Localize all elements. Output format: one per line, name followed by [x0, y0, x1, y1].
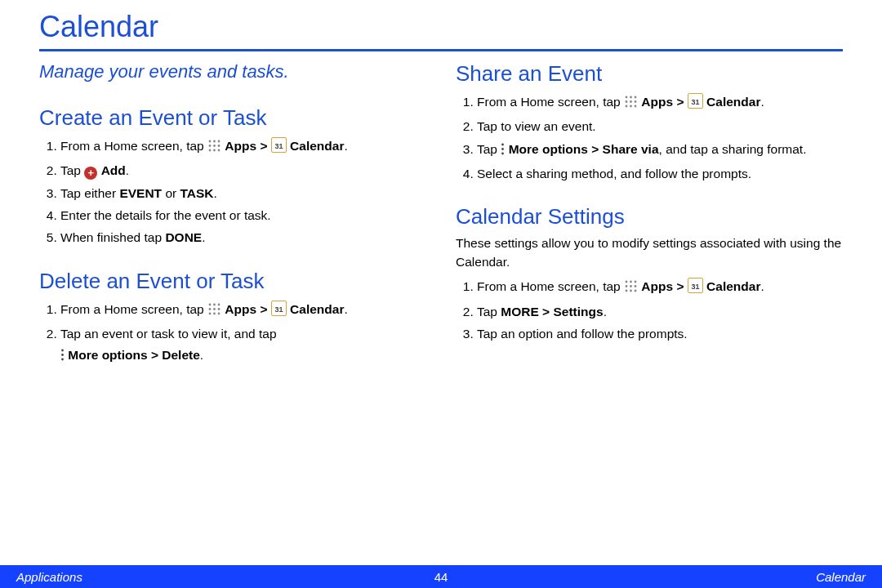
- svg-point-4: [213, 145, 216, 147]
- task-label: TASK: [180, 186, 213, 200]
- svg-point-25: [635, 96, 637, 99]
- more-settings-label: MORE > Settings: [501, 305, 603, 318]
- text: From a Home screen, tap: [477, 95, 621, 109]
- svg-point-15: [218, 308, 220, 310]
- text: Tap: [60, 163, 81, 177]
- apps-label: Apps: [225, 302, 256, 316]
- calendar-icon: 31: [688, 278, 703, 300]
- event-label: EVENT: [119, 186, 162, 200]
- text: Tap: [477, 142, 497, 156]
- apps-label: Apps: [225, 139, 256, 153]
- done-label: DONE: [165, 230, 202, 244]
- calendar-icon: 31: [688, 93, 703, 115]
- more-share-label: More options > Share via: [509, 142, 659, 156]
- page-number: 44: [0, 570, 882, 584]
- left-column: Manage your events and tasks. Create an …: [39, 61, 426, 389]
- chevron: >: [260, 139, 267, 153]
- columns: Manage your events and tasks. Create an …: [39, 61, 843, 389]
- step: From a Home screen, tap Apps > 31 Calend…: [477, 276, 843, 300]
- svg-point-18: [218, 312, 220, 314]
- calendar-icon: 31: [271, 301, 287, 323]
- svg-point-39: [626, 285, 628, 287]
- svg-point-37: [630, 281, 632, 283]
- svg-point-3: [209, 145, 212, 147]
- svg-point-5: [218, 145, 220, 147]
- step: Tap to view an event.: [477, 116, 843, 137]
- heading-create: Create an Event or Task: [39, 105, 426, 131]
- text: When finished tap: [60, 230, 165, 244]
- settings-lead: These settings allow you to modify setti…: [456, 234, 843, 271]
- create-steps: From a Home screen, tap Apps > 31 Calend…: [39, 136, 426, 249]
- svg-point-28: [635, 100, 637, 103]
- svg-point-44: [635, 290, 637, 292]
- calendar-label: Calendar: [290, 302, 344, 316]
- chevron: >: [260, 302, 267, 316]
- svg-point-38: [635, 281, 637, 283]
- step: When finished tap DONE.: [60, 227, 426, 248]
- step: From a Home screen, tap Apps > 31 Calend…: [60, 299, 426, 323]
- step: Tap More options > Share via, and tap a …: [477, 139, 843, 163]
- apps-icon: [624, 278, 638, 300]
- share-steps: From a Home screen, tap Apps > 31 Calend…: [456, 91, 843, 185]
- text: From a Home screen, tap: [60, 139, 204, 153]
- text: From a Home screen, tap: [60, 302, 204, 316]
- svg-point-29: [626, 105, 628, 108]
- svg-point-26: [626, 100, 628, 103]
- right-column: Share an Event From a Home screen, tap A…: [456, 61, 843, 389]
- apps-icon: [207, 301, 221, 323]
- svg-point-1: [213, 140, 216, 143]
- svg-point-11: [213, 303, 216, 305]
- svg-point-23: [626, 96, 628, 99]
- heading-delete: Delete an Event or Task: [39, 269, 426, 294]
- svg-point-10: [209, 303, 212, 305]
- page: Calendar Manage your events and tasks. C…: [0, 0, 882, 389]
- svg-point-17: [213, 312, 216, 314]
- subtitle: Manage your events and tasks.: [39, 61, 426, 82]
- settings-steps: From a Home screen, tap Apps > 31 Calend…: [456, 276, 843, 345]
- step: Tap MORE > Settings.: [477, 301, 843, 323]
- text: , and tap a sharing format.: [659, 142, 807, 156]
- delete-steps: From a Home screen, tap Apps > 31 Calend…: [39, 299, 426, 369]
- svg-point-24: [630, 96, 632, 99]
- svg-text:31: 31: [274, 142, 283, 150]
- svg-point-42: [626, 290, 628, 292]
- step: Tap either EVENT or TASK.: [60, 183, 426, 204]
- text: .: [214, 186, 217, 200]
- svg-point-31: [635, 105, 637, 108]
- add-icon: +: [84, 167, 97, 180]
- svg-point-27: [630, 100, 632, 103]
- footer: Applications 44 Calendar: [0, 565, 882, 588]
- text: .: [200, 348, 203, 362]
- calendar-label: Calendar: [706, 95, 760, 109]
- heading-settings: Calendar Settings: [456, 204, 843, 229]
- svg-point-40: [630, 285, 632, 287]
- apps-icon: [624, 94, 638, 115]
- text: .: [344, 139, 347, 153]
- svg-point-20: [61, 350, 64, 352]
- svg-point-21: [61, 354, 64, 357]
- text: .: [760, 95, 764, 109]
- text: From a Home screen, tap: [477, 279, 621, 293]
- svg-point-16: [209, 312, 212, 314]
- svg-point-13: [209, 308, 212, 310]
- text: Tap either: [60, 186, 119, 200]
- more-options-icon: [501, 141, 505, 163]
- svg-point-22: [61, 359, 64, 361]
- svg-point-43: [630, 290, 632, 292]
- apps-label: Apps: [641, 95, 673, 109]
- text: .: [760, 279, 764, 293]
- text: .: [126, 163, 129, 177]
- step: Tap an event or task to view it, and tap…: [60, 323, 426, 369]
- calendar-label: Calendar: [290, 139, 344, 153]
- more-delete-label: More options > Delete: [68, 348, 200, 362]
- apps-label: Apps: [641, 279, 673, 293]
- svg-point-33: [501, 143, 504, 145]
- svg-point-2: [218, 140, 220, 143]
- text: or: [162, 186, 180, 200]
- svg-point-35: [501, 152, 504, 154]
- text: .: [604, 305, 607, 318]
- svg-point-34: [501, 148, 504, 150]
- step: Select a sharing method, and follow the …: [477, 163, 843, 185]
- svg-point-14: [213, 308, 216, 310]
- svg-point-30: [630, 105, 632, 108]
